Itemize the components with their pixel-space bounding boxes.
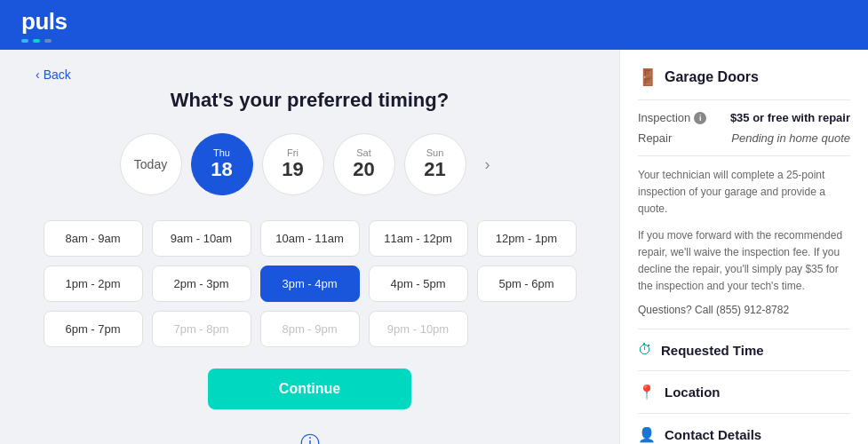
- date-num-sat: 20: [353, 158, 374, 181]
- garage-door-icon: 🚪: [638, 67, 657, 87]
- today-label: Today: [134, 157, 167, 171]
- time-slot-12pm[interactable]: 12pm - 1pm: [477, 220, 577, 257]
- time-slot-11am[interactable]: 11am - 12pm: [369, 220, 468, 257]
- back-arrow-icon: ‹: [36, 67, 40, 82]
- contact-details-label: Contact Details: [665, 427, 761, 442]
- date-num-thu: 18: [211, 158, 232, 181]
- description-2: If you move forward with the recommended…: [638, 227, 850, 296]
- right-panel: 🚪 Garage Doors Inspection i $35 or free …: [619, 50, 868, 444]
- date-day-thu: Thu: [213, 147, 230, 158]
- description-1: Your technician will complete a 25-point…: [638, 167, 850, 218]
- back-label: Back: [44, 67, 71, 82]
- date-day-sat: Sat: [356, 147, 371, 158]
- header: puls: [0, 0, 868, 50]
- time-slot-9am[interactable]: 9am - 10am: [152, 220, 251, 257]
- location-icon: 📍: [638, 384, 656, 400]
- logo-dot-2: [33, 39, 40, 43]
- requested-time-label: Requested Time: [661, 343, 764, 358]
- date-item-today[interactable]: Today: [120, 133, 182, 195]
- logo: puls: [21, 8, 67, 36]
- date-next-arrow[interactable]: ›: [475, 152, 500, 177]
- time-slot-5pm[interactable]: 5pm - 6pm: [477, 266, 577, 302]
- back-button[interactable]: ‹ Back: [36, 67, 71, 82]
- time-slot-7pm: 7pm - 8pm: [152, 311, 251, 347]
- page-title: What's your preferred timing?: [171, 89, 449, 112]
- date-item-thu[interactable]: Thu 18: [191, 133, 253, 195]
- date-item-sat[interactable]: Sat 20: [333, 133, 395, 195]
- logo-dot-3: [44, 39, 52, 43]
- time-slot-8am[interactable]: 8am - 9am: [44, 220, 143, 257]
- repair-row: Repair Pending in home quote: [638, 131, 850, 145]
- divider-2: [638, 155, 850, 156]
- location-label: Location: [665, 385, 721, 400]
- clock-icon: ⏱: [638, 342, 652, 358]
- contact-icon: 👤: [638, 426, 656, 443]
- time-slot-9pm: 9pm - 10pm: [369, 311, 468, 347]
- sidebar-item-location[interactable]: 📍 Location: [638, 370, 850, 413]
- continue-button[interactable]: Continue: [208, 369, 411, 409]
- divider-1: [638, 99, 850, 100]
- left-panel: ‹ Back What's your preferred timing? Tod…: [0, 50, 619, 444]
- logo-dots: [21, 39, 52, 43]
- date-num-sun: 21: [424, 158, 445, 181]
- date-item-fri[interactable]: Fri 19: [262, 133, 324, 195]
- time-slot-6pm[interactable]: 6pm - 7pm: [44, 311, 143, 347]
- sidebar-item-contact-details[interactable]: 👤 Contact Details: [638, 413, 850, 444]
- date-item-sun[interactable]: Sun 21: [404, 133, 466, 195]
- time-slot-10am[interactable]: 10am - 11am: [260, 220, 360, 257]
- sidebar-sections: ⏱ Requested Time 📍 Location 👤 Contact De…: [638, 329, 850, 444]
- time-slot-3pm[interactable]: 3pm - 4pm: [260, 266, 360, 302]
- inspection-info-badge[interactable]: i: [694, 112, 706, 124]
- phone-label: Questions? Call (855) 912-8782: [638, 304, 850, 316]
- main-content: ‹ Back What's your preferred timing? Tod…: [0, 50, 868, 444]
- repair-label: Repair: [638, 131, 672, 145]
- time-slot-2pm[interactable]: 2pm - 3pm: [152, 266, 251, 302]
- repair-price: Pending in home quote: [731, 131, 850, 145]
- time-slot-4pm[interactable]: 4pm - 5pm: [369, 266, 468, 302]
- time-slot-1pm[interactable]: 1pm - 2pm: [44, 266, 143, 302]
- time-slot-8pm: 8pm - 9pm: [260, 311, 360, 347]
- date-day-fri: Fri: [287, 147, 299, 158]
- inspection-label: Inspection i: [638, 111, 706, 124]
- inspection-price: $35 or free with repair: [730, 111, 850, 124]
- logo-dot-1: [21, 39, 28, 43]
- inspection-row: Inspection i $35 or free with repair: [638, 111, 850, 124]
- service-title: Garage Doors: [665, 69, 759, 85]
- sidebar-item-requested-time[interactable]: ⏱ Requested Time: [638, 329, 850, 370]
- info-icon[interactable]: ⓘ: [300, 431, 320, 444]
- date-num-fri: 19: [282, 158, 303, 181]
- service-header: 🚪 Garage Doors: [638, 67, 850, 87]
- date-day-sun: Sun: [426, 147, 444, 158]
- time-grid: 8am - 9am 9am - 10am 10am - 11am 11am - …: [44, 220, 577, 347]
- date-row: Today Thu 18 Fri 19 Sat 20 Sun 21 ›: [120, 133, 500, 195]
